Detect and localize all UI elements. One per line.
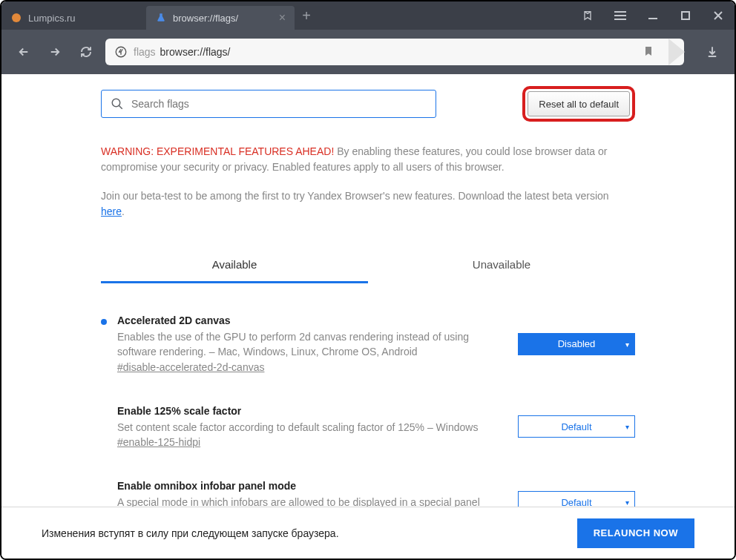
forward-button[interactable] [43, 40, 67, 64]
beta-body: Join our beta-test to be among the first… [101, 190, 609, 202]
maximize-button[interactable] [669, 1, 702, 30]
minimize-button[interactable] [637, 1, 669, 30]
svg-rect-4 [648, 18, 657, 19]
address-bar[interactable]: flags browser://flags/ [105, 39, 684, 65]
address-label: flags [134, 46, 156, 58]
tab-available[interactable]: Available [101, 248, 368, 283]
reader-mode-icon[interactable] [571, 1, 604, 30]
flag-hash-link[interactable]: #enable-125-hidpi [117, 436, 200, 448]
flag-description: Enables the use of the GPU to perform 2d… [117, 329, 507, 360]
beta-link[interactable]: here [101, 205, 122, 217]
flag-title: Accelerated 2D canvas [117, 314, 507, 326]
menu-icon[interactable] [604, 1, 637, 30]
close-window-button[interactable] [702, 1, 735, 30]
flag-select[interactable]: Default [518, 415, 635, 438]
warning-text: WARNING: EXPERIMENTAL FEATURES AHEAD! By… [101, 144, 635, 175]
relaunch-bar: Изменения вступят в силу при следующем з… [1, 507, 735, 559]
close-tab-icon[interactable]: × [279, 11, 286, 24]
tab-unavailable[interactable]: Unavailable [368, 248, 635, 283]
svg-point-0 [12, 13, 21, 22]
reset-all-button[interactable]: Reset all to default [528, 91, 630, 116]
page-content[interactable]: Reset all to default WARNING: EXPERIMENT… [1, 74, 735, 510]
back-button[interactable] [12, 40, 36, 64]
reset-highlight: Reset all to default [522, 86, 635, 122]
flag-select[interactable]: Disabled [518, 333, 635, 355]
flag-title: Enable 125% scale factor [117, 405, 507, 417]
tab-label: Lumpics.ru [28, 13, 76, 24]
search-flags-input[interactable] [131, 98, 427, 110]
flag-description: Set content scale factor according to de… [117, 420, 507, 435]
beta-text: Join our beta-test to be among the first… [101, 188, 635, 220]
search-icon [111, 97, 124, 111]
flag-title: Enable omnibox infobar panel mode [117, 480, 507, 492]
titlebar: Lumpics.ru browser://flags/ × + [1, 1, 735, 30]
address-url: browser://flags/ [160, 46, 231, 58]
flag-item: Enable omnibox infobar panel mode A spec… [101, 480, 635, 510]
download-button[interactable] [700, 40, 724, 64]
new-tab-button[interactable]: + [295, 4, 318, 27]
page-tabs: Available Unavailable [101, 248, 635, 283]
tab-flags[interactable]: browser://flags/ × [146, 6, 295, 30]
relaunch-message: Изменения вступят в силу при следующем з… [42, 527, 339, 539]
svg-rect-5 [682, 12, 689, 19]
toolbar: flags browser://flags/ [1, 30, 735, 74]
window-controls [571, 1, 735, 30]
warning-title: WARNING: EXPERIMENTAL FEATURES AHEAD! [101, 145, 334, 157]
svg-point-7 [112, 99, 120, 107]
flask-icon [155, 12, 167, 24]
tab-favicon-icon [10, 12, 22, 24]
svg-rect-2 [614, 15, 626, 16]
relaunch-button[interactable]: RELAUNCH NOW [577, 518, 694, 548]
flag-item: Enable 125% scale factor Set content sca… [101, 405, 635, 449]
flag-item: Accelerated 2D canvas Enables the use of… [101, 314, 635, 374]
search-flags-box [101, 90, 436, 118]
tab-lumpics[interactable]: Lumpics.ru [1, 6, 146, 30]
reload-button[interactable] [74, 40, 98, 64]
modified-dot-icon [101, 319, 107, 325]
yandex-icon [114, 45, 128, 59]
tab-label: browser://flags/ [173, 13, 238, 24]
svg-rect-1 [614, 11, 626, 13]
svg-rect-3 [614, 19, 626, 20]
bookmark-icon[interactable] [643, 45, 654, 59]
flag-hash-link[interactable]: #disable-accelerated-2d-canvas [117, 361, 264, 373]
